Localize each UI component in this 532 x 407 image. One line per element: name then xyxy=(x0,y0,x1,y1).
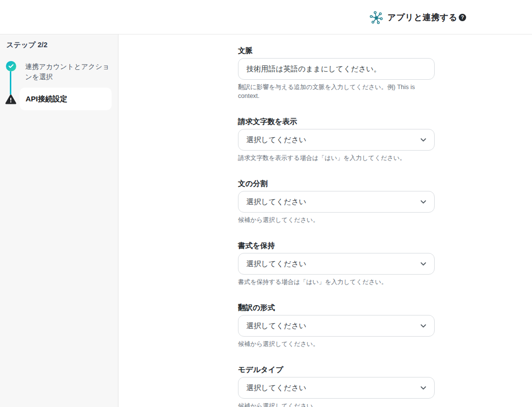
field-translation-format: 翻訳の形式 選択してください 候補から選択してください。 xyxy=(238,302,435,348)
preserve-formatting-select[interactable]: 選択してください xyxy=(238,253,435,275)
network-nodes-icon xyxy=(370,11,383,24)
field-label: モデルタイプ xyxy=(238,364,435,375)
sidebar-step-select-account[interactable]: 連携アカウントとアクションを選択 xyxy=(25,62,110,82)
helper-text: 書式を保持する場合は「はい」を入力してください。 xyxy=(238,278,435,286)
sentence-splitting-select[interactable]: 選択してください xyxy=(238,191,435,213)
app-header: アプリと連携する ? xyxy=(0,0,532,34)
chevron-down-icon xyxy=(419,384,427,392)
translation-format-select[interactable]: 選択してください xyxy=(238,315,435,337)
step-card-label: API接続設定 xyxy=(26,94,67,104)
page-title: アプリと連携する ? xyxy=(387,12,466,23)
field-label: 書式を保持 xyxy=(238,240,435,251)
steps-sidebar: ステップ 2/2 連携アカウントとアクションを選択 API接続設定 xyxy=(0,34,118,407)
chevron-down-icon xyxy=(419,136,427,144)
help-icon[interactable]: ? xyxy=(459,14,466,21)
field-label: 文の分割 xyxy=(238,178,435,189)
helper-text: 翻訳に影響を与える追加の文脈を入力してください。例) This is conte… xyxy=(238,83,435,100)
select-value: 選択してください xyxy=(246,321,306,331)
helper-text: 請求文字数を表示する場合は「はい」を入力してください。 xyxy=(238,154,435,162)
field-sentence-splitting: 文の分割 選択してください 候補から選択してください。 xyxy=(238,178,435,224)
step-connector-line xyxy=(10,71,11,94)
sidebar-step-api-settings[interactable]: API接続設定 xyxy=(20,88,112,110)
field-model-type: モデルタイプ 選択してください 候補から選択してください。 xyxy=(238,364,435,407)
context-input[interactable] xyxy=(238,58,435,80)
helper-text: 候補から選択してください。 xyxy=(238,216,435,224)
select-value: 選択してください xyxy=(246,259,306,269)
main-content: 文脈 翻訳に影響を与える追加の文脈を入力してください。例) This is co… xyxy=(118,34,532,407)
select-value: 選択してください xyxy=(246,197,306,207)
field-show-billed-characters: 請求文字数を表示 選択してください 請求文字数を表示する場合は「はい」を入力して… xyxy=(238,116,435,162)
billed-characters-select[interactable]: 選択してください xyxy=(238,129,435,151)
helper-text: 候補から選択してください。 xyxy=(238,402,435,407)
select-value: 選択してください xyxy=(246,135,306,145)
field-context: 文脈 翻訳に影響を与える追加の文脈を入力してください。例) This is co… xyxy=(238,45,435,100)
chevron-down-icon xyxy=(419,198,427,206)
header-title-group: アプリと連携する ? xyxy=(370,0,466,34)
helper-text: 候補から選択してください。 xyxy=(238,340,435,348)
api-settings-form: 文脈 翻訳に影響を与える追加の文脈を入力してください。例) This is co… xyxy=(238,45,435,407)
step-counter: ステップ 2/2 xyxy=(6,40,48,50)
field-preserve-formatting: 書式を保持 選択してください 書式を保持する場合は「はい」を入力してください。 xyxy=(238,240,435,286)
select-value: 選択してください xyxy=(246,383,306,393)
field-label: 翻訳の形式 xyxy=(238,302,435,313)
field-label: 文脈 xyxy=(238,45,435,56)
chevron-down-icon xyxy=(419,260,427,268)
check-icon xyxy=(6,61,16,71)
field-label: 請求文字数を表示 xyxy=(238,116,435,127)
chevron-down-icon xyxy=(419,322,427,330)
warning-triangle-icon xyxy=(5,94,17,105)
model-type-select[interactable]: 選択してください xyxy=(238,377,435,399)
